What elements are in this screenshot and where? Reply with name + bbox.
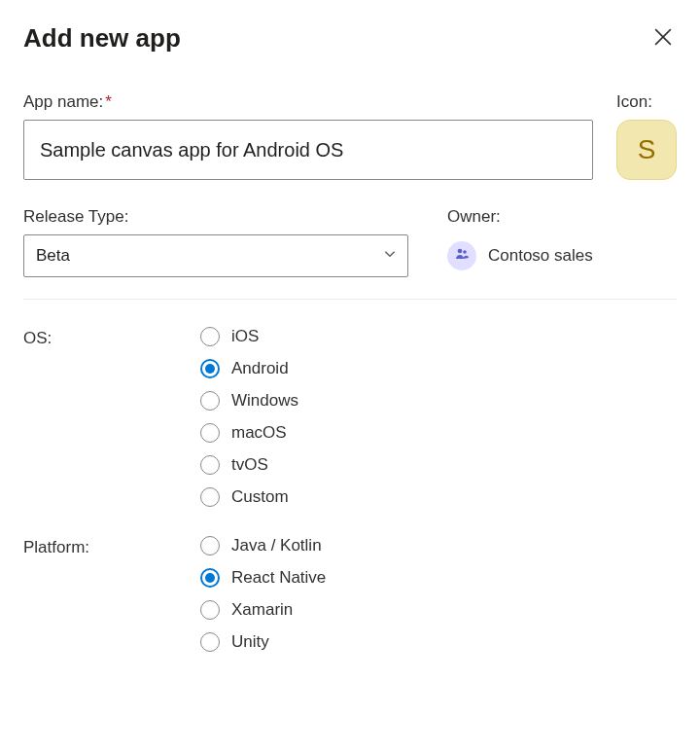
platform-option[interactable]: Xamarin bbox=[200, 600, 326, 620]
icon-label: Icon: bbox=[616, 92, 677, 112]
radio-icon bbox=[200, 359, 220, 378]
radio-label: macOS bbox=[231, 423, 287, 443]
os-option[interactable]: macOS bbox=[200, 423, 298, 443]
os-label: OS: bbox=[23, 327, 200, 507]
close-icon bbox=[654, 28, 672, 50]
divider bbox=[23, 299, 677, 300]
radio-icon bbox=[200, 632, 220, 652]
os-radio-group: iOSAndroidWindowsmacOStvOSCustom bbox=[200, 327, 298, 507]
radio-label: tvOS bbox=[231, 455, 268, 475]
radio-label: React Native bbox=[231, 568, 326, 588]
radio-icon bbox=[200, 327, 220, 346]
platform-label: Platform: bbox=[23, 536, 200, 652]
os-option[interactable]: iOS bbox=[200, 327, 298, 346]
radio-icon bbox=[200, 536, 220, 555]
platform-option[interactable]: Java / Kotlin bbox=[200, 536, 326, 555]
release-type-select[interactable]: Beta bbox=[23, 234, 408, 277]
radio-icon bbox=[200, 423, 220, 443]
platform-option[interactable]: Unity bbox=[200, 632, 326, 652]
radio-label: Java / Kotlin bbox=[231, 536, 322, 555]
platform-option[interactable]: React Native bbox=[200, 568, 326, 588]
platform-section: Platform: Java / KotlinReact NativeXamar… bbox=[23, 536, 677, 652]
people-icon bbox=[454, 246, 470, 266]
os-option[interactable]: Windows bbox=[200, 391, 298, 411]
dialog-title: Add new app bbox=[23, 23, 181, 54]
radio-icon bbox=[200, 600, 220, 620]
owner-label: Owner: bbox=[447, 207, 593, 227]
svg-point-3 bbox=[463, 250, 467, 254]
app-icon-preview[interactable]: S bbox=[616, 120, 677, 180]
radio-icon bbox=[200, 391, 220, 411]
radio-label: Xamarin bbox=[231, 600, 293, 620]
release-type-label: Release Type: bbox=[23, 207, 408, 227]
radio-label: Custom bbox=[231, 487, 289, 507]
radio-label: Android bbox=[231, 359, 289, 378]
close-button[interactable] bbox=[649, 25, 677, 53]
platform-radio-group: Java / KotlinReact NativeXamarinUnity bbox=[200, 536, 326, 652]
radio-label: iOS bbox=[231, 327, 259, 346]
svg-point-2 bbox=[458, 249, 463, 254]
app-name-input[interactable] bbox=[23, 120, 593, 180]
app-name-label: App name:* bbox=[23, 92, 593, 112]
radio-icon bbox=[200, 455, 220, 475]
os-section: OS: iOSAndroidWindowsmacOStvOSCustom bbox=[23, 327, 677, 507]
owner-name: Contoso sales bbox=[488, 246, 593, 266]
radio-icon bbox=[200, 568, 220, 588]
radio-label: Windows bbox=[231, 391, 298, 411]
owner-avatar bbox=[447, 241, 476, 270]
os-option[interactable]: tvOS bbox=[200, 455, 298, 475]
os-option[interactable]: Android bbox=[200, 359, 298, 378]
radio-label: Unity bbox=[231, 632, 269, 652]
os-option[interactable]: Custom bbox=[200, 487, 298, 507]
radio-icon bbox=[200, 487, 220, 507]
